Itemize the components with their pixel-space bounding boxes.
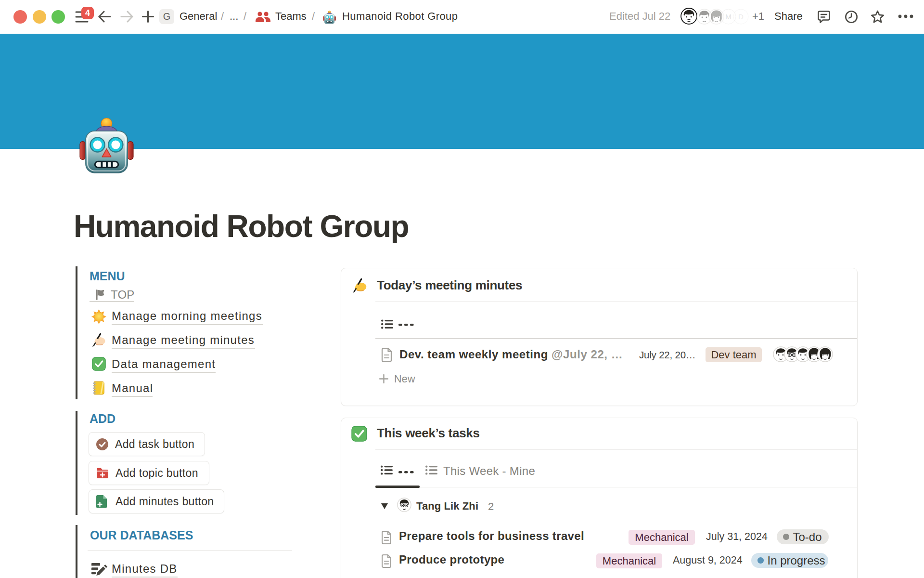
svg-text:D: D [738,13,744,21]
svg-text:M: M [725,13,732,21]
